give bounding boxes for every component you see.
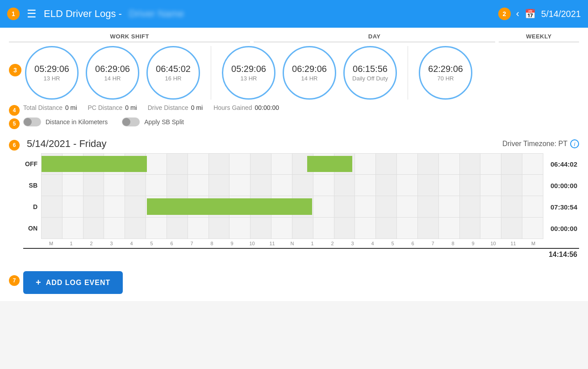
day-circles: 05:29:06 13 HR 06:29:06 14 HR 06:15:56 D… [222, 46, 397, 100]
circle-ws3: 06:45:02 16 HR [146, 46, 200, 100]
circle-wk1-label: 70 HR [438, 75, 454, 82]
chart-date: 5/14/2021 - Friday [27, 138, 107, 150]
driver-name: Driver Name [129, 8, 184, 20]
chart-header: 5/14/2021 - Friday Driver Timezone: PT i [23, 138, 579, 150]
distance-row: Total Distance 0 mi PC Distance 0 mi Dri… [23, 104, 279, 111]
step-badge-4: 4 [9, 105, 20, 116]
drive-distance-value: 0 mi [191, 104, 203, 111]
toggle-km[interactable]: Distance in Kilometers [23, 117, 108, 126]
circle-day2: 06:29:06 14 HR [283, 46, 336, 100]
tab-day[interactable]: DAY [254, 33, 495, 42]
chart-row-d: D [23, 196, 579, 218]
add-log-button[interactable]: + ADD LOG EVENT [23, 271, 123, 294]
pc-distance-value: 0 mi [125, 104, 137, 111]
step-badge-1: 1 [7, 8, 20, 20]
circle-wk1-time: 62:29:06 [428, 64, 463, 74]
section-tabs: WORK SHIFT DAY WEEKLY [9, 33, 579, 42]
toggle-km-switch[interactable] [23, 117, 41, 126]
toggle-sb[interactable]: Apply SB Split [122, 117, 184, 126]
circle-day3: 06:15:56 Daily Off Duty [343, 46, 397, 100]
calendar-icon[interactable]: 📅 [525, 8, 536, 19]
hamburger-icon[interactable]: ☰ [27, 8, 37, 20]
chart-value-off: 06:44:02 [543, 153, 579, 175]
chart-content-d [41, 196, 543, 218]
chart-row-on: ON [23, 218, 579, 239]
plus-icon: + [36, 277, 42, 288]
step-badge-6: 6 [9, 140, 20, 151]
circle-day1: 05:29:06 13 HR [222, 46, 275, 100]
circle-ws2-time: 06:29:06 [95, 64, 130, 74]
toggle-km-label: Distance in Kilometers [46, 118, 108, 126]
step-badge-3: 3 [9, 64, 21, 76]
hours-gained-label: Hours Gained [213, 104, 252, 111]
chart-label-off: OFF [23, 153, 41, 175]
main-content: WORK SHIFT DAY WEEKLY 3 05:29:06 13 HR 0… [0, 28, 588, 301]
circle-day3-label: Daily Off Duty [352, 75, 388, 82]
chart-value-d: 07:30:54 [543, 196, 579, 218]
chart-total-row: 14:14:56 [23, 248, 579, 259]
circle-wk1: 62:29:06 70 HR [419, 46, 472, 100]
chart-total-value: 14:14:56 [542, 251, 577, 259]
circle-day1-label: 13 HR [241, 75, 257, 82]
chart-xaxis: M 1 2 3 4 5 6 7 8 9 10 11 N 1 2 3 4 [23, 241, 579, 246]
toggle-section: 5 Distance in Kilometers Apply SB Split [9, 117, 579, 134]
drive-distance-label: Drive Distance [148, 104, 188, 111]
hours-gained: Hours Gained 00:00:00 [213, 104, 279, 111]
duty-chart: OFF [23, 153, 579, 259]
header-date: 5/14/2021 [541, 9, 581, 19]
chart-value-sb: 00:00:00 [543, 175, 579, 196]
work-shift-circles: 05:29:06 13 HR 06:29:06 14 HR 06:45:02 1… [25, 46, 200, 100]
chart-content-off [41, 153, 543, 175]
hours-gained-value: 00:00:00 [255, 104, 279, 111]
total-distance-label: Total Distance [23, 104, 63, 111]
step-badge-5: 5 [9, 118, 20, 129]
app-header: 1 ☰ ELD Driver Logs - Driver Name 2 ‹ 📅 … [0, 0, 588, 28]
toggle-sb-switch[interactable] [122, 117, 140, 126]
circle-ws1-label: 13 HR [44, 75, 60, 82]
tab-weekly[interactable]: WEEKLY [499, 33, 579, 42]
chart-row-sb: SB [23, 175, 579, 196]
app-title: ELD Driver Logs - [44, 8, 122, 20]
add-log-section: 7 + ADD LOG EVENT [9, 266, 579, 294]
distance-section: 4 Total Distance 0 mi PC Distance 0 mi D… [9, 104, 579, 116]
toggle-sb-label: Apply SB Split [144, 118, 184, 126]
weekly-circles: 62:29:06 70 HR [419, 46, 472, 100]
circle-day2-label: 14 HR [301, 75, 318, 82]
info-icon[interactable]: i [570, 139, 579, 148]
toggle-sb-knob [122, 118, 130, 126]
circle-day3-time: 06:15:56 [353, 64, 388, 74]
circle-ws3-time: 06:45:02 [156, 64, 191, 74]
timezone-label: Driver Timezone: PT [502, 140, 567, 148]
back-button[interactable]: ‹ [516, 8, 519, 20]
chart-row-off: OFF [23, 153, 579, 175]
chart-content-sb [41, 175, 543, 196]
total-distance: Total Distance 0 mi [23, 104, 77, 111]
step-badge-2: 2 [498, 8, 511, 20]
circle-ws1-time: 05:29:06 [34, 64, 69, 74]
chart-label-d: D [23, 196, 41, 218]
toggle-km-knob [24, 118, 32, 126]
total-distance-value: 0 mi [65, 104, 77, 111]
circle-ws3-label: 16 HR [165, 75, 182, 82]
chart-value-on: 00:00:00 [543, 218, 579, 239]
pc-distance: PC Distance 0 mi [88, 104, 137, 111]
circle-ws2-label: 14 HR [104, 75, 121, 82]
circle-ws2: 06:29:06 14 HR [86, 46, 139, 100]
circle-ws1: 05:29:06 13 HR [25, 46, 79, 100]
chart-content-on [41, 218, 543, 239]
pc-distance-label: PC Distance [88, 104, 122, 111]
circle-day1-time: 05:29:06 [231, 64, 266, 74]
add-log-label: ADD LOG EVENT [46, 279, 111, 287]
drive-distance: Drive Distance 0 mi [148, 104, 203, 111]
step-badge-7: 7 [9, 275, 20, 286]
chart-label-on: ON [23, 218, 41, 239]
tab-work-shift[interactable]: WORK SHIFT [9, 33, 250, 42]
chart-label-sb: SB [23, 175, 41, 196]
circle-day2-time: 06:29:06 [292, 64, 327, 74]
chart-section: 6 5/14/2021 - Friday Driver Timezone: PT… [9, 138, 579, 264]
